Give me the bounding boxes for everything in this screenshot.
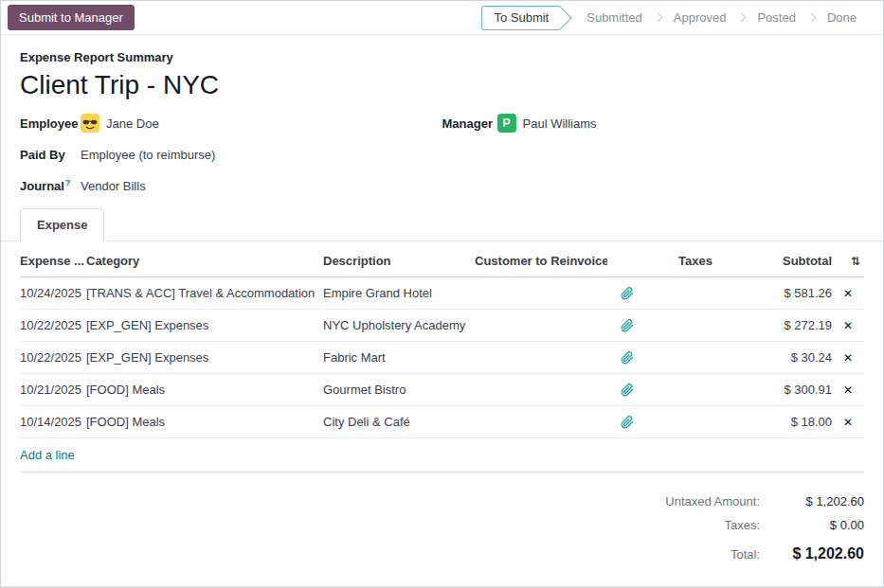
manager-avatar: P [497,114,516,133]
untaxed-amount-value: $ 1,202.60 [760,494,864,508]
record-title[interactable]: Client Trip - NYC [20,70,864,100]
expense-date-cell[interactable]: 10/22/2025 [20,343,86,372]
description-cell[interactable]: Gourmet Bistro [323,375,475,404]
customer-cell[interactable] [475,318,607,333]
header-taxes[interactable]: Taxes [650,245,745,276]
totals-section: Untaxed Amount: $ 1,202.60 Taxes: $ 0.00… [20,490,864,586]
attachment-paperclip-icon[interactable] [607,312,650,340]
manager-field: Manager P Paul Williams [442,114,865,133]
employee-label: Employee [20,116,81,131]
status-step-done[interactable]: Done [816,7,868,28]
chevron-right-icon [653,13,662,23]
add-a-line-link[interactable]: Add a line [20,438,864,472]
delete-row-icon[interactable]: ✕ [836,344,864,372]
subtotal-cell: $ 272.19 [745,311,836,340]
table-row: 10/21/2025 [FOOD] Meals Gourmet Bistro $… [20,374,864,406]
total-row: Total: $ 1,202.60 [20,541,864,567]
employee-value[interactable]: Jane Doe [106,116,159,131]
taxes-cell[interactable] [650,350,745,365]
tab-expense[interactable]: Expense [20,208,104,241]
status-step-posted[interactable]: Posted [746,7,806,28]
status-step-approved[interactable]: Approved [662,7,738,28]
paid-by-field: Paid By Employee (to reimburse) [20,145,442,164]
description-cell[interactable]: Empire Grand Hotel [323,278,475,308]
description-cell[interactable]: NYC Upholstery Academy [323,311,475,340]
manager-value[interactable]: Paul Williams [523,116,597,131]
category-cell[interactable]: [EXP_GEN] Expenses [86,343,323,372]
taxes-cell[interactable] [650,318,745,333]
manager-label: Manager [442,116,497,131]
customer-cell[interactable] [475,383,607,398]
chevron-right-icon [806,13,816,23]
taxes-cell[interactable] [650,415,745,430]
category-cell[interactable]: [FOOD] Meals [86,375,323,404]
expense-date-cell[interactable]: 10/24/2025 [20,278,86,308]
header-description[interactable]: Description [323,245,475,276]
attachment-paperclip-icon[interactable] [607,376,650,404]
header-expense-date[interactable]: Expense ... [20,245,86,276]
untaxed-amount-label: Untaxed Amount: [665,494,760,508]
customer-cell[interactable] [475,350,607,365]
employee-avatar-icon [81,114,99,133]
taxes-row: Taxes: $ 0.00 [20,513,864,537]
journal-value[interactable]: Vendor Bills [81,179,146,193]
expense-date-cell[interactable]: 10/14/2025 [20,407,86,437]
taxes-value: $ 0.00 [760,518,864,532]
subtotal-cell: $ 581.26 [745,278,836,308]
delete-row-icon[interactable]: ✕ [836,279,864,308]
header-subtotal[interactable]: Subtotal [745,245,836,276]
attachment-paperclip-icon[interactable] [607,344,650,372]
submit-to-manager-button[interactable]: Submit to Manager [8,5,135,30]
table-row: 10/24/2025 [TRANS & ACC] Travel & Accomm… [20,277,864,310]
summary-field-label: Expense Report Summary [20,50,864,64]
category-cell[interactable]: [FOOD] Meals [86,407,323,437]
expense-lines-table: Expense ... Category Description Custome… [20,245,864,472]
total-label: Total: [731,547,760,561]
table-row: 10/22/2025 [EXP_GEN] Expenses Fabric Mar… [20,342,864,374]
delete-row-icon[interactable]: ✕ [836,312,864,340]
header-customer-to-reinvoice[interactable]: Customer to Reinvoice [475,245,607,276]
taxes-label: Taxes: [724,518,760,532]
journal-field: Journal? Vendor Bills [20,176,442,195]
chevron-right-icon [737,13,747,23]
attachment-paperclip-icon[interactable] [607,408,650,437]
control-panel: Submit to Manager To Submit Submitted Ap… [1,1,883,35]
journal-label: Journal? [20,178,81,193]
category-cell[interactable]: [EXP_GEN] Expenses [86,311,323,340]
employee-field: Employee Jane Doe [20,114,442,133]
header-category[interactable]: Category [86,245,323,276]
customer-cell[interactable] [475,415,607,430]
table-row: 10/22/2025 [EXP_GEN] Expenses NYC Uphols… [20,310,864,342]
fields-section: Employee Jane Doe Paid By Employee (to r… [20,114,864,195]
notebook-tabs: Expense [1,208,883,241]
expense-date-cell[interactable]: 10/21/2025 [20,375,86,404]
paid-by-label: Paid By [20,148,81,162]
subtotal-cell: $ 18.00 [745,407,836,437]
column-toggle-icon[interactable]: ⇅ [836,246,864,276]
category-cell[interactable]: [TRANS & ACC] Travel & Accommodation [86,278,323,308]
status-step-to-submit[interactable]: To Submit [481,6,560,30]
add-line-row: Add a line [20,438,864,472]
status-step-submitted[interactable]: Submitted [575,7,654,28]
header-attachment-spacer [607,253,650,270]
customer-cell[interactable] [475,286,607,301]
delete-row-icon[interactable]: ✕ [836,376,864,404]
expense-date-cell[interactable]: 10/22/2025 [20,311,86,340]
delete-row-icon[interactable]: ✕ [836,408,864,437]
help-question-icon[interactable]: ? [65,178,71,187]
statusbar: To Submit Submitted Approved Posted Done [481,1,874,34]
description-cell[interactable]: Fabric Mart [323,343,475,372]
description-cell[interactable]: City Deli & Café [323,407,475,437]
subtotal-cell: $ 300.91 [745,375,836,404]
subtotal-cell: $ 30.24 [745,343,836,372]
total-value: $ 1,202.60 [760,545,864,562]
attachment-paperclip-icon[interactable] [607,279,650,308]
table-row: 10/14/2025 [FOOD] Meals City Deli & Café… [20,406,864,438]
paid-by-value[interactable]: Employee (to reimburse) [81,148,215,162]
taxes-cell[interactable] [650,286,745,301]
expense-report-sheet: Expense Report Summary Client Trip - NYC… [1,35,883,587]
untaxed-amount-row: Untaxed Amount: $ 1,202.60 [20,490,864,513]
taxes-cell[interactable] [650,383,745,398]
table-header-row: Expense ... Category Description Custome… [20,245,864,277]
